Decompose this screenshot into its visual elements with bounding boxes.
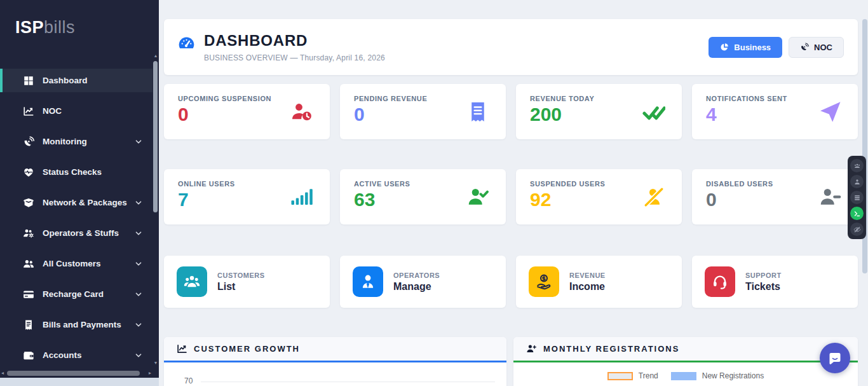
page-title: DASHBOARD (204, 32, 385, 50)
heart-pulse-icon (23, 167, 34, 178)
chart-line-icon (177, 343, 187, 354)
user-minus-icon (818, 186, 841, 209)
sidebar-item-all-customers[interactable]: All Customers (0, 252, 153, 275)
receipt-icon (23, 319, 34, 331)
customers-list-card[interactable]: CUSTOMERS List (164, 256, 330, 308)
messenger-icon (827, 350, 843, 366)
eye-slash-icon[interactable] (850, 223, 864, 236)
main-area: DASHBOARD BUSINESS OVERVIEW — Thursday, … (159, 0, 868, 386)
action-category: SUPPORT (745, 272, 782, 279)
sidebar-item-label: Network & Packages (43, 198, 127, 207)
chevron-down-icon (135, 138, 142, 146)
logo-bold: ISP (15, 18, 44, 37)
users-group-icon (177, 266, 207, 297)
legend-item-trend[interactable]: Trend (607, 371, 658, 380)
revenue-income-card[interactable]: REVENUE Income (516, 256, 682, 308)
user-clock-icon (290, 100, 313, 123)
scroll-left-arrow[interactable]: ◂ (1, 371, 4, 376)
action-category: REVENUE (569, 272, 606, 279)
sidebar-item-label: Status Checks (43, 167, 102, 177)
noc-button[interactable]: NOC (789, 37, 844, 58)
sidebar-item-recharge-card[interactable]: Recharge Card (0, 282, 153, 306)
sidebar-item-label: Monitoring (43, 137, 87, 146)
scroll-up-arrow[interactable]: ▲ (153, 53, 158, 59)
header-buttons: Business NOC (709, 37, 844, 58)
user-slash-icon (642, 186, 665, 209)
logo-light: bills (44, 18, 75, 37)
scrollbar-thumb[interactable] (7, 371, 140, 376)
legend-swatch-new-registrations (671, 372, 696, 380)
customer-growth-header: CUSTOMER GROWTH (164, 337, 506, 362)
stats-row-2: ONLINE USERS 7 ACTIVE USERS 63 SUSPENDED… (164, 169, 858, 224)
charts-row: CUSTOMER GROWTH 70 MONTHLY REGISTRATIONS (164, 337, 858, 386)
page-header: DASHBOARD BUSINESS OVERVIEW — Thursday, … (164, 19, 858, 75)
terminal-icon[interactable] (850, 207, 864, 220)
user-tie-icon (353, 266, 383, 297)
chevron-down-icon (135, 199, 142, 207)
sidebar-item-label: Bills and Payments (43, 320, 121, 329)
action-cards-row: CUSTOMERS List OPERATORS Manage REVENU (164, 256, 858, 308)
speedometer-icon (178, 34, 195, 52)
scroll-down-arrow[interactable]: ▼ (153, 361, 158, 366)
chart-gridline (201, 382, 495, 382)
chevron-down-icon (135, 321, 142, 329)
sidebar-item-accounts[interactable]: Accounts (0, 343, 153, 367)
customer-growth-panel: CUSTOMER GROWTH 70 (164, 337, 506, 386)
business-button[interactable]: Business (709, 37, 782, 58)
user-plus-icon (526, 343, 537, 354)
app-logo: ISPbills (0, 0, 159, 38)
sidebar-horizontal-scrollbar[interactable]: ◂ ▸ (1, 370, 151, 377)
noc-button-label: NOC (814, 43, 832, 52)
action-label: Tickets (745, 281, 782, 293)
sidebar-item-label: All Customers (43, 259, 101, 268)
sidebar-item-network-packages[interactable]: Network & Packages (0, 191, 153, 214)
wallet-icon (23, 350, 34, 361)
grid-icon (23, 75, 34, 86)
pie-chart-icon (720, 43, 729, 52)
sidebar-item-status-checks[interactable]: Status Checks (0, 160, 153, 184)
sidebar-vertical-scrollbar[interactable]: ▲ ▼ (153, 53, 158, 366)
sidebar-item-bills-payments[interactable]: Bills and Payments (0, 313, 153, 336)
sidebar-item-label: NOC (43, 106, 62, 116)
group-icon[interactable] (850, 159, 864, 172)
users-icon (23, 258, 34, 270)
chart-line-icon (23, 106, 34, 117)
legend-item-new-registrations[interactable]: New Registrations (671, 371, 764, 380)
satellite-dish-icon (800, 43, 809, 52)
sidebar-item-dashboard[interactable]: Dashboard (0, 69, 153, 92)
sidebar-item-label: Accounts (43, 350, 82, 360)
users-gear-icon (23, 228, 34, 239)
sidebar: ISPbills Dashboard NOC Monitoring Status… (0, 0, 159, 386)
business-button-label: Business (734, 43, 771, 52)
stat-card-active-users: ACTIVE USERS 63 (340, 169, 506, 224)
user-icon[interactable] (850, 175, 864, 188)
legend-swatch-trend (607, 372, 633, 380)
chevron-down-icon (135, 352, 142, 359)
floating-toolbar (848, 156, 866, 239)
scroll-right-arrow[interactable]: ▸ (149, 371, 151, 376)
sidebar-item-label: Dashboard (43, 76, 88, 85)
credit-card-icon (23, 289, 34, 300)
chat-launcher-button[interactable] (820, 343, 850, 373)
sidebar-item-label: Recharge Card (43, 289, 104, 299)
action-card-text: CUSTOMERS List (217, 272, 265, 293)
operators-manage-card[interactable]: OPERATORS Manage (340, 256, 506, 308)
user-check-icon (466, 186, 489, 209)
scrollbar-thumb[interactable] (153, 61, 158, 212)
list-icon[interactable] (850, 191, 864, 204)
monthly-registrations-header: MONTHLY REGISTRATIONS (513, 337, 858, 362)
legend-label: New Registrations (702, 371, 764, 380)
hand-dollar-icon (529, 266, 559, 297)
stat-card-revenue-today: REVENUE TODAY 200 (516, 84, 682, 139)
sidebar-item-noc[interactable]: NOC (0, 99, 153, 123)
stats-row-1: UPCOMING SUSPENSION 0 PENDING REVENUE 0 … (164, 84, 858, 139)
sidebar-item-operators-stuffs[interactable]: Operators & Stuffs (0, 221, 153, 245)
signal-bars-icon (290, 186, 313, 209)
box-open-icon (23, 197, 34, 209)
satellite-dish-icon (23, 136, 34, 148)
support-tickets-card[interactable]: SUPPORT Tickets (692, 256, 858, 308)
monthly-registrations-chart: Trend New Registrations (513, 362, 858, 386)
chart-legend: Trend New Registrations (513, 362, 858, 380)
headset-icon (705, 266, 735, 297)
sidebar-item-monitoring[interactable]: Monitoring (0, 130, 153, 153)
